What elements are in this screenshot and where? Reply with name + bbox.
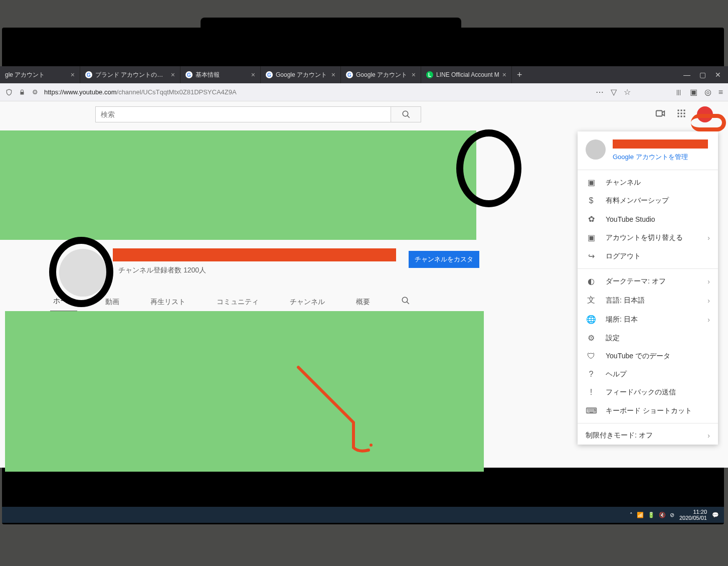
wifi-icon[interactable]: 📶 (637, 512, 644, 518)
search-button[interactable] (391, 106, 421, 122)
svg-rect-5 (684, 109, 685, 111)
menu-dark-theme[interactable]: ◐ダークテーマ: オフ› (578, 272, 718, 291)
tab-title: ブランド アカウントの詳細 (95, 71, 168, 79)
tab-3[interactable]: G Google アカウント × (261, 66, 341, 83)
google-favicon-icon: G (346, 71, 353, 78)
tab-title: LINE Official Account M (436, 71, 499, 78)
tracking-icon[interactable]: ▽ (611, 87, 617, 97)
line-favicon-icon: L (426, 71, 433, 78)
permissions-icon[interactable]: ⚙ (31, 88, 39, 96)
svg-rect-4 (681, 109, 682, 111)
tab-home[interactable]: ホーム (50, 292, 77, 312)
menu-signout[interactable]: ↪ログアウト (578, 247, 718, 265)
tab-1[interactable]: G ブランド アカウントの詳細 × (80, 66, 180, 83)
menu-location[interactable]: 🌐場所: 日本› (578, 310, 718, 329)
switch-icon: ▣ (586, 233, 597, 242)
notifications-icon[interactable]: 💬 (712, 512, 719, 518)
tab-community[interactable]: コミュニティ (214, 293, 262, 312)
menu-your-channel[interactable]: ▣チャンネル (578, 173, 718, 192)
new-tab-button[interactable]: + (512, 66, 527, 83)
svg-rect-9 (678, 115, 679, 117)
taskbar-clock[interactable]: 11:20 2020/05/01 (679, 509, 707, 521)
redaction-block (0, 130, 476, 240)
url-text[interactable]: https://www.youtube.com/channel/UCsTqqtM… (44, 88, 237, 96)
svg-point-12 (402, 297, 408, 303)
avatar-icon[interactable] (697, 106, 713, 122)
menu-feedback[interactable]: !フィードバックの送信 (578, 383, 718, 401)
create-icon[interactable] (655, 108, 666, 121)
svg-rect-3 (678, 109, 679, 111)
person-icon: ▣ (586, 178, 597, 187)
menu-studio[interactable]: ✿YouTube Studio (578, 210, 718, 228)
tab-2[interactable]: G 基本情報 × (180, 66, 261, 83)
tab-channels[interactable]: チャンネル (287, 293, 328, 312)
close-icon[interactable]: × (251, 71, 255, 79)
minimize-icon[interactable]: — (683, 71, 690, 79)
tab-videos[interactable]: 動画 (102, 293, 122, 312)
more-icon[interactable]: ⋯ (596, 87, 604, 97)
tab-about[interactable]: 概要 (353, 293, 373, 312)
tab-0[interactable]: gle アカウント × (0, 66, 80, 83)
menu-help[interactable]: ?ヘルプ (578, 365, 718, 383)
apps-icon[interactable] (677, 109, 686, 120)
membership-icon: $ (586, 196, 597, 205)
chevron-right-icon: › (707, 234, 710, 242)
manage-account-link[interactable]: Google アカウントを管理 (613, 153, 708, 162)
google-favicon-icon: G (266, 71, 273, 78)
menu-restricted-mode[interactable]: 制限付きモード: オフ› (578, 427, 718, 445)
maximize-icon[interactable]: ▢ (699, 71, 706, 79)
tray-up-icon[interactable]: ˄ (630, 512, 633, 518)
keyboard-icon: ⌨ (586, 406, 597, 415)
url-bar: ⚙ https://www.youtube.com/channel/UCsTqq… (0, 83, 728, 101)
menu-shortcuts[interactable]: ⌨キーボード ショートカット (578, 401, 718, 420)
svg-rect-2 (656, 110, 662, 116)
close-icon[interactable]: × (71, 71, 75, 79)
gear-icon: ⚙ (586, 333, 597, 343)
shield-icon[interactable] (5, 88, 13, 96)
bookmark-star-icon[interactable]: ☆ (624, 87, 631, 97)
menu-separator (578, 170, 718, 170)
shield-icon: 🛡 (586, 352, 597, 361)
tab-5[interactable]: L LINE Official Account M × (421, 66, 512, 83)
svg-rect-7 (681, 112, 682, 114)
google-favicon-icon: G (85, 71, 92, 78)
tab-title: Google アカウント (276, 71, 328, 79)
redaction-channel-name (113, 248, 396, 261)
status-icon[interactable]: ⊘ (670, 512, 674, 518)
close-icon[interactable]: × (331, 71, 335, 79)
channel-search-icon[interactable] (398, 291, 413, 313)
tab-4[interactable]: G Google アカウント × (341, 66, 421, 83)
svg-line-13 (407, 302, 409, 304)
battery-icon[interactable]: 🔋 (648, 512, 655, 518)
tab-title: Google アカウント (356, 71, 409, 79)
account-header: Google アカウントを管理 (578, 131, 718, 167)
volume-icon[interactable]: 🔇 (659, 512, 666, 518)
account-avatar-icon (586, 139, 606, 160)
svg-rect-11 (684, 115, 685, 117)
tab-title: gle アカウント (5, 71, 68, 79)
menu-icon[interactable]: ≡ (718, 88, 723, 97)
chevron-right-icon: › (707, 432, 710, 440)
account-icon[interactable]: ◎ (704, 87, 711, 97)
close-icon[interactable]: × (502, 71, 506, 79)
close-icon[interactable]: × (412, 71, 416, 79)
search-input[interactable] (96, 110, 391, 118)
menu-language[interactable]: 文言語: 日本語› (578, 291, 718, 310)
menu-memberships[interactable]: $有料メンバーシップ (578, 192, 718, 210)
sidebar-icon[interactable]: ▣ (690, 87, 697, 97)
gear-icon: ✿ (586, 214, 597, 224)
tab-playlists[interactable]: 再生リスト (147, 293, 189, 312)
lock-icon[interactable] (18, 88, 26, 96)
svg-point-0 (403, 111, 408, 116)
menu-your-data[interactable]: 🛡YouTube でのデータ (578, 347, 718, 365)
customize-channel-button[interactable]: チャンネルをカスタ (409, 251, 479, 268)
menu-separator (578, 423, 718, 423)
close-window-icon[interactable]: ✕ (715, 71, 721, 79)
channel-avatar[interactable] (59, 249, 107, 297)
system-tray[interactable]: ˄ 📶 🔋 🔇 ⊘ (630, 512, 674, 518)
menu-settings[interactable]: ⚙設定 (578, 329, 718, 347)
menu-switch-account[interactable]: ▣アカウントを切り替える› (578, 228, 718, 247)
library-icon[interactable]: ⫼ (675, 88, 683, 97)
subscriber-count: チャンネル登録者数 1200人 (118, 266, 206, 275)
close-icon[interactable]: × (171, 71, 175, 79)
